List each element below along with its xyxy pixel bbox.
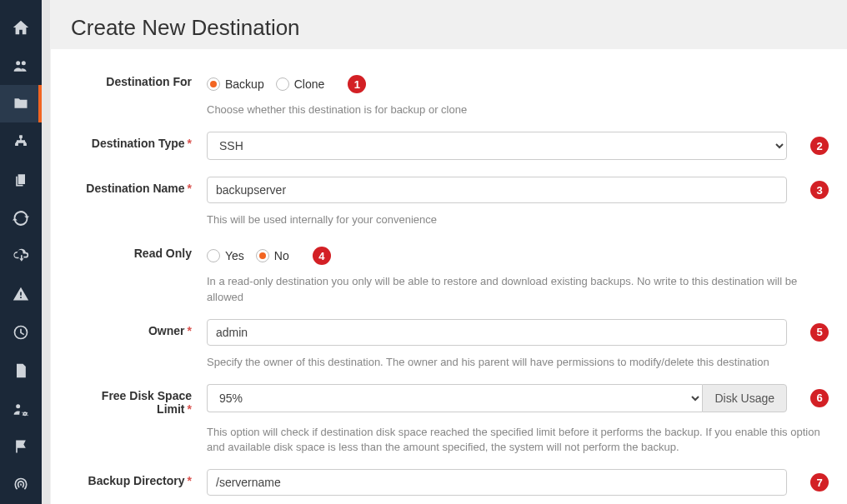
left-sidebar — [0, 0, 42, 504]
sidebar-item-fingerprint[interactable] — [0, 466, 42, 504]
sitemap-icon — [13, 133, 29, 150]
label-read-only: Read Only — [69, 242, 207, 260]
label-owner: Owner* — [69, 319, 207, 337]
annotation-2: 2 — [810, 137, 829, 155]
annotation-4: 4 — [313, 247, 331, 265]
radio-unchecked-icon — [207, 249, 220, 262]
radio-readonly-no[interactable]: No — [256, 249, 289, 262]
label-destination-name: Destination Name* — [69, 177, 207, 195]
sidebar-item-copy[interactable] — [0, 161, 42, 199]
help-owner: Specify the owner of this destination. T… — [207, 355, 829, 370]
home-icon — [12, 18, 30, 37]
main-content: Create New Destination Destination For B… — [50, 0, 847, 504]
sidebar-item-folder[interactable] — [0, 85, 42, 123]
document-icon — [13, 362, 29, 379]
copy-icon — [13, 172, 29, 188]
sidebar-item-clock[interactable] — [0, 313, 42, 352]
select-destination-type[interactable]: SSH — [207, 132, 787, 160]
label-destination-type: Destination Type* — [69, 132, 207, 150]
page-title: Create New Destination — [50, 0, 847, 49]
label-backup-dir: Backup Directory* — [69, 469, 207, 487]
annotation-7: 7 — [810, 473, 829, 492]
sidebar-item-tasks[interactable] — [0, 122, 42, 161]
sidebar-item-flag[interactable] — [0, 427, 42, 466]
disk-usage-button[interactable]: Disk Usage — [702, 384, 787, 412]
input-backup-directory[interactable] — [207, 469, 787, 496]
refresh-icon — [13, 210, 29, 227]
radio-destination-clone[interactable]: Clone — [276, 77, 325, 91]
annotation-3: 3 — [810, 181, 829, 199]
help-destination-for: Choose whether this destination is for b… — [207, 102, 829, 117]
sidebar-item-home[interactable] — [0, 8, 42, 47]
sidebar-item-refresh[interactable] — [0, 199, 42, 237]
help-read-only: In a read-only destination you only will… — [207, 274, 829, 304]
radio-checked-icon — [256, 249, 269, 262]
users-icon — [13, 57, 29, 74]
alert-icon — [13, 286, 29, 302]
flag-icon — [13, 438, 29, 455]
input-destination-name[interactable] — [207, 177, 787, 203]
users-cog-icon — [13, 401, 29, 417]
folder-icon — [13, 95, 29, 112]
input-owner[interactable] — [207, 319, 787, 346]
sidebar-collapse-bar[interactable] — [42, 0, 50, 504]
label-destination-for: Destination For — [69, 70, 207, 88]
fingerprint-icon — [13, 477, 29, 493]
help-free-disk: This option will check if destination di… — [207, 425, 829, 455]
annotation-5: 5 — [810, 323, 829, 342]
sidebar-item-document[interactable] — [0, 352, 42, 390]
radio-destination-backup[interactable]: Backup — [207, 77, 264, 91]
sidebar-item-users-cog[interactable] — [0, 390, 42, 428]
annotation-6: 6 — [810, 389, 829, 407]
radio-readonly-yes[interactable]: Yes — [207, 249, 244, 262]
sidebar-item-users[interactable] — [0, 47, 42, 85]
select-free-disk-limit[interactable]: 95% — [207, 384, 702, 412]
create-destination-form: Destination For Backup Clone 1 Choose wh… — [51, 49, 847, 504]
clock-icon — [13, 324, 29, 341]
annotation-1: 1 — [348, 75, 366, 93]
cloud-download-icon — [13, 247, 29, 264]
help-destination-name: This will be used internally for your co… — [207, 212, 829, 227]
sidebar-item-alert[interactable] — [0, 275, 42, 313]
radio-unchecked-icon — [276, 77, 289, 91]
sidebar-item-cloud[interactable] — [0, 237, 42, 276]
radio-checked-icon — [207, 77, 220, 91]
label-free-disk: Free Disk Space Limit* — [69, 384, 207, 416]
